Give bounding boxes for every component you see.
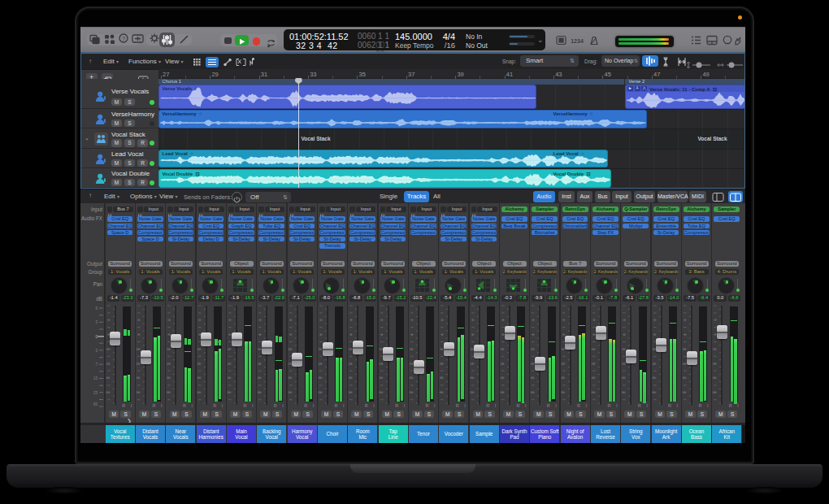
svg-text:?: ? [122,35,126,42]
svg-text:1234: 1234 [571,37,584,43]
